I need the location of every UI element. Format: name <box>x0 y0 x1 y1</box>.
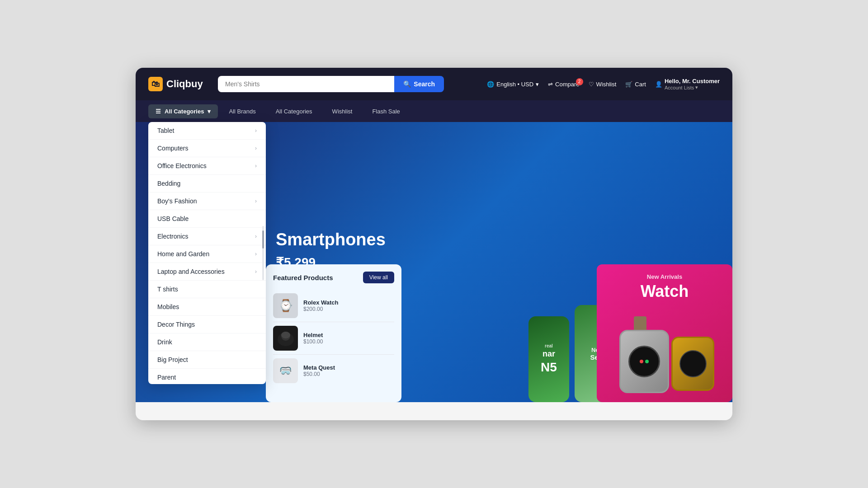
nav-flash-sale[interactable]: Flash Sale <box>363 104 409 118</box>
product-row-1: ⌚ Rolex Watch $200.00 <box>273 290 394 322</box>
product-info-1: Rolex Watch $200.00 <box>303 299 339 312</box>
product-info-3: Meta Quest $50.00 <box>303 364 335 377</box>
category-tablet[interactable]: Tablet › <box>148 122 266 140</box>
category-parent[interactable]: Parent <box>148 369 266 384</box>
user-icon: 👤 <box>655 81 662 88</box>
product-info-2: Helmet $100.00 <box>303 332 323 345</box>
category-mobiles[interactable]: Mobiles <box>148 298 266 316</box>
featured-products-title: Featured Products <box>273 274 333 282</box>
compare-icon: ⇌ <box>548 81 553 88</box>
watch-strap-top <box>634 316 646 330</box>
globe-icon: 🌐 <box>487 81 494 88</box>
cart-button[interactable]: 🛒 Cart <box>625 81 646 88</box>
search-button[interactable]: 🔍 Search <box>394 76 444 92</box>
user-greeting: Hello, Mr. Customer Account Lists ▾ <box>665 78 720 90</box>
nav-wishlist[interactable]: Wishlist <box>323 104 362 118</box>
brand-name: Cliqbuy <box>166 78 203 90</box>
chevron-right-icon: › <box>255 233 257 239</box>
product-row-3: 🥽 Meta Quest $50.00 <box>273 355 394 387</box>
search-input[interactable] <box>218 76 394 92</box>
search-bar: 🔍 Search <box>218 76 444 92</box>
watch-small <box>671 337 714 391</box>
view-all-button[interactable]: View all <box>363 272 394 283</box>
menu-icon: ☰ <box>156 108 161 115</box>
product-row-2: Helmet $100.00 <box>273 322 394 355</box>
compare-badge: 2 <box>576 78 583 85</box>
wishlist-button[interactable]: ♡ Wishlist <box>589 81 617 88</box>
watch-illustration <box>615 308 714 393</box>
navbar: ☰ All Categories ▾ All Brands All Catego… <box>136 100 732 122</box>
search-icon: 🔍 <box>403 80 411 88</box>
category-boys-fashion[interactable]: Boy's Fashion › <box>148 192 266 210</box>
featured-products-header: Featured Products View all <box>273 272 394 283</box>
heart-icon: ♡ <box>589 81 594 88</box>
product-image-2 <box>273 326 298 351</box>
category-laptop-accessories[interactable]: Laptop and Accessories › <box>148 263 266 281</box>
chevron-down-icon: ▾ <box>695 84 698 90</box>
category-office-electronics[interactable]: Office Electronics › <box>148 157 266 175</box>
watch-face-small <box>679 350 707 377</box>
categories-dropdown: Tablet › Computers › Office Electronics … <box>148 122 266 384</box>
language-selector[interactable]: 🌐 English • USD ▾ <box>487 81 539 88</box>
new-arrivals-title: Watch <box>641 282 689 301</box>
new-arrivals-label: New Arrivals <box>647 273 682 280</box>
header-actions: 🌐 English • USD ▾ ⇌ Compare 2 ♡ Wishlist… <box>487 78 720 90</box>
chevron-right-icon: › <box>255 163 257 169</box>
logo-icon: 🛍 <box>148 77 163 91</box>
chevron-right-icon: › <box>255 198 257 204</box>
compare-button[interactable]: ⇌ Compare 2 <box>548 81 579 88</box>
category-bedding[interactable]: Bedding <box>148 175 266 192</box>
nav-all-brands[interactable]: All Brands <box>220 104 264 118</box>
scroll-indicator <box>262 226 264 280</box>
category-drink[interactable]: Drink <box>148 333 266 351</box>
chevron-right-icon: › <box>255 251 257 257</box>
watch-indicators <box>640 360 649 363</box>
watch-large <box>619 330 669 393</box>
chevron-right-icon: › <box>255 127 257 134</box>
chevron-down-icon: ▾ <box>208 108 211 115</box>
scroll-thumb <box>262 230 264 249</box>
cart-icon: 🛒 <box>625 81 632 88</box>
watch-face-large <box>628 346 660 377</box>
logo[interactable]: 🛍 Cliqbuy <box>148 77 207 91</box>
category-usb-cable[interactable]: USB Cable <box>148 210 266 228</box>
svg-rect-2 <box>281 332 290 338</box>
category-electronics[interactable]: Electronics › <box>148 228 266 245</box>
chevron-down-icon: ▾ <box>536 81 539 88</box>
category-home-garden[interactable]: Home and Garden › <box>148 245 266 263</box>
user-account[interactable]: 👤 Hello, Mr. Customer Account Lists ▾ <box>655 78 720 90</box>
browser-frame: 🛍 Cliqbuy 🔍 Search 🌐 English • USD ▾ ⇌ C… <box>136 68 732 420</box>
nav-all-categories[interactable]: All Categories <box>267 104 321 118</box>
header: 🛍 Cliqbuy 🔍 Search 🌐 English • USD ▾ ⇌ C… <box>136 68 732 100</box>
chevron-right-icon: › <box>255 268 257 275</box>
bottom-panels: Featured Products View all ⌚ Rolex Watch… <box>262 262 732 402</box>
hero-title: Smartphones <box>276 230 386 250</box>
new-arrivals-panel: New Arrivals Watch <box>597 264 732 402</box>
category-tshirts[interactable]: T shirts <box>148 281 266 298</box>
chevron-right-icon: › <box>255 145 257 151</box>
product-image-1: ⌚ <box>273 293 298 318</box>
category-big-project[interactable]: Big Project <box>148 351 266 369</box>
product-image-3: 🥽 <box>273 358 298 383</box>
category-decor-things[interactable]: Decor Things <box>148 316 266 333</box>
all-categories-button[interactable]: ☰ All Categories ▾ <box>148 104 218 118</box>
category-computers[interactable]: Computers › <box>148 140 266 157</box>
featured-products-panel: Featured Products View all ⌚ Rolex Watch… <box>266 264 401 402</box>
